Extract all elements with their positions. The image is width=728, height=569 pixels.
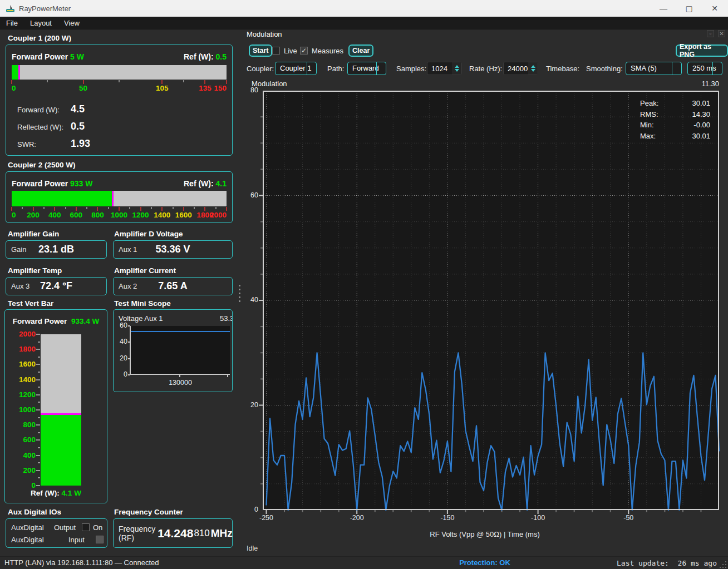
rate-spinner[interactable]: 24000 xyxy=(503,62,538,75)
vert-scale-label: 1000 xyxy=(7,405,36,414)
coupler1-bar-fill xyxy=(12,65,18,80)
app-window: RayPowerMeter — ▢ ✕ File Layout View Cou… xyxy=(0,0,728,569)
spinner-arrows[interactable] xyxy=(452,62,461,75)
vert-scale-label: 800 xyxy=(7,420,36,429)
coupler2-scale-ticks xyxy=(12,207,227,211)
smoothing-select[interactable]: SMA (5) xyxy=(626,62,682,75)
chart-y-tick-label: 80 xyxy=(239,86,258,94)
amp-temp-header: Amplifier Temp xyxy=(8,266,62,275)
scale-label: 1200 xyxy=(132,211,149,219)
menu-view[interactable]: View xyxy=(58,17,86,29)
measures-label: Measures xyxy=(312,47,343,55)
aux-output-name: AuxDigital xyxy=(11,523,44,532)
vert-scale-label: 2000 xyxy=(7,330,36,338)
path-select[interactable]: Forward xyxy=(347,62,386,75)
chart-x-tick-label: -50 xyxy=(623,514,633,522)
coupler2-bar-marker xyxy=(112,191,114,206)
modulation-chart-plot[interactable] xyxy=(263,91,719,510)
mini-scope-y-label: 40 xyxy=(114,338,127,345)
coupler1-bar-marker xyxy=(18,65,20,80)
modulation-chart-svg xyxy=(263,91,719,510)
maximize-button[interactable]: ▢ xyxy=(676,0,702,17)
app-icon xyxy=(6,4,15,13)
scale-label: 1400 xyxy=(154,211,170,219)
freq-counter-group: Frequency (RF) 14.248 810 MHz xyxy=(113,518,233,548)
dock-close-icon[interactable]: ✕ xyxy=(718,30,725,37)
coupler-select[interactable]: Coupler 1 xyxy=(275,62,317,75)
minimize-button[interactable]: — xyxy=(651,0,676,17)
menu-file[interactable]: File xyxy=(0,17,24,29)
combo-separator xyxy=(712,62,714,75)
timebase-select[interactable]: 250 ms xyxy=(687,62,722,75)
protection-status: Protection: OK xyxy=(318,558,652,567)
coupler1-reflected-row: Reflected (W):0.5 xyxy=(17,121,229,132)
close-button[interactable]: ✕ xyxy=(702,0,727,17)
freq-unit: MHz xyxy=(211,527,233,540)
chart-corner-value: 11.30 xyxy=(701,80,719,88)
coupler1-forward-value: 5 W xyxy=(70,52,84,61)
mini-scope-x-tick2 xyxy=(227,375,228,377)
export-png-button[interactable]: Export as PNG xyxy=(676,44,728,57)
scale-label: 200 xyxy=(27,211,40,219)
aux-io-header: Aux Digital IOs xyxy=(8,508,61,516)
aux-output-dir: Output xyxy=(54,523,76,532)
status-bar: HTTP (LAN) via 192.168.1.111:80 — Connec… xyxy=(0,556,728,569)
samples-spinner[interactable]: 1024 xyxy=(427,62,462,75)
vert-bar-group: Forward Power 933.4 W 200018001600140012… xyxy=(4,309,107,503)
mini-scope-y-label: 60 xyxy=(114,321,127,329)
coupler1-bar-title: Forward Power 5 W xyxy=(12,52,84,61)
menu-bar: File Layout View xyxy=(0,17,728,29)
freq-label: Frequency (RF) xyxy=(119,525,155,542)
chart-y-tick-label: 40 xyxy=(239,296,258,304)
stat-min: Min:-0.00 xyxy=(640,120,710,131)
mini-scope-y-label: 0 xyxy=(114,370,127,378)
live-checkbox[interactable] xyxy=(272,47,280,55)
path-select-label: Path: xyxy=(327,65,344,73)
coupler1-header: Coupler 1 (200 W) xyxy=(8,34,71,42)
coupler1-forward-bar xyxy=(12,65,227,80)
scale-label: 1000 xyxy=(111,211,127,219)
aux-input-name: AuxDigital xyxy=(11,536,44,544)
dock-float-icon[interactable]: ▫ xyxy=(707,30,714,37)
chart-x-tick-label: -150 xyxy=(440,514,454,522)
aux-input-dir: Input xyxy=(68,536,85,544)
spinner-arrows[interactable] xyxy=(528,62,538,75)
vert-bar-title: Forward Power 933.4 W xyxy=(5,317,107,325)
vert-scale-label: 1200 xyxy=(7,390,36,399)
vert-scale-label: 200 xyxy=(7,466,36,474)
start-button[interactable]: Start xyxy=(249,44,272,57)
freq-value-frac: 810 xyxy=(194,528,209,539)
menu-layout[interactable]: Layout xyxy=(24,17,58,29)
connection-status: HTTP (LAN) via 192.168.1.111:80 — Connec… xyxy=(4,558,159,567)
measures-checkbox[interactable]: ✓ xyxy=(300,47,308,55)
freq-display: Frequency (RF) 14.248 810 MHz xyxy=(119,519,233,547)
mini-scope-x-label: 130000 xyxy=(147,379,214,387)
chart-x-tick-label: -200 xyxy=(350,514,364,522)
aux-input-checkbox[interactable] xyxy=(96,536,104,543)
amp-gain-header: Amplifier Gain xyxy=(8,230,59,238)
vert-scale-label: 400 xyxy=(7,451,36,459)
amp-current-header: Amplifier Current xyxy=(114,266,176,275)
scale-label: 135 xyxy=(199,84,211,92)
window-title: RayPowerMeter xyxy=(19,4,71,13)
scale-label: 2000 xyxy=(210,211,227,219)
chart-measures-box: Peak:30.01 RMS:14.30 Min:-0.00 Max:30.01 xyxy=(640,98,710,141)
coupler2-ref: Ref (W): 4.1 xyxy=(184,179,227,188)
scale-label: 400 xyxy=(48,211,61,219)
scale-label: 105 xyxy=(156,84,169,92)
chart-y-tick-label: 20 xyxy=(239,401,258,409)
chart-x-tick-label: -100 xyxy=(531,514,545,522)
aux-output-checkbox[interactable] xyxy=(82,523,90,531)
coupler2-scale-labels: 0200400600800100012001400160018002000 xyxy=(12,211,227,219)
coupler2-forward-value: 933 W xyxy=(70,179,92,188)
aux-io-group: AuxDigital Output On AuxDigital Input xyxy=(6,518,107,548)
freq-value-main: 14.248 xyxy=(158,527,193,540)
clear-button[interactable]: Clear xyxy=(348,44,373,57)
resize-grip[interactable] xyxy=(720,561,726,568)
chart-x-axis-caption: RF Volts (Vpp @ 50Ω) | Time (ms) xyxy=(318,530,652,538)
stat-rms: RMS:14.30 xyxy=(640,109,710,120)
timebase-label: Timebase: xyxy=(546,65,579,73)
vert-scale-label: 1600 xyxy=(7,360,36,368)
mini-scope-group: Voltage Aux 1 53.3 6040200 130000 xyxy=(113,309,233,392)
chart-x-tick-label: -250 xyxy=(259,514,273,522)
